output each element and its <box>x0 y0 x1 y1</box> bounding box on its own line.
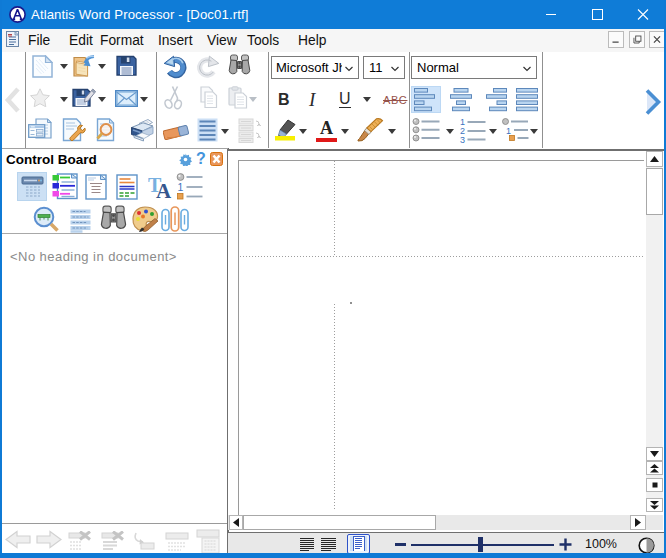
svg-text:1: 1 <box>178 181 184 193</box>
svg-text:3: 3 <box>460 135 465 144</box>
svg-text:A: A <box>156 179 172 200</box>
svg-text:1: 1 <box>506 126 511 136</box>
